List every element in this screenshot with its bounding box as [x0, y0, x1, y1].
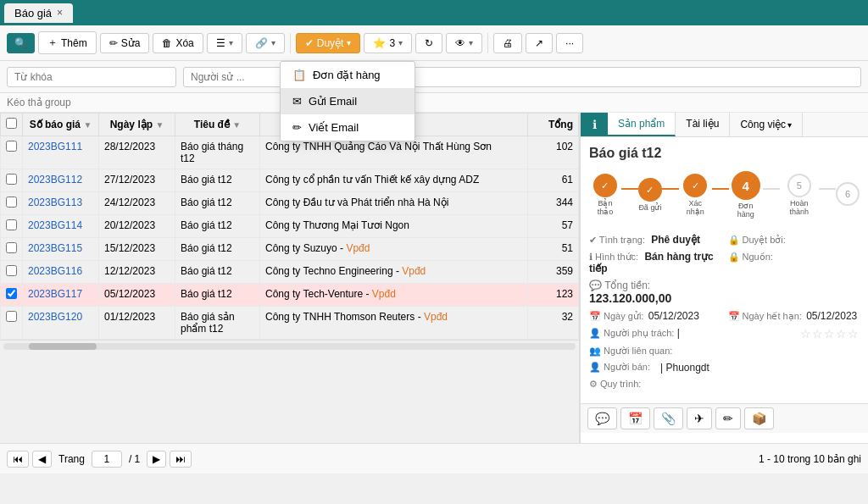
add-button[interactable]: ＋ Thêm — [38, 31, 97, 54]
page-input[interactable] — [92, 451, 122, 468]
row-checkbox[interactable] — [6, 265, 17, 276]
related-label: 👥 Người liên quan: — [589, 346, 672, 357]
edit-button[interactable]: ✏ Sửa — [100, 33, 150, 53]
row-id-link[interactable]: 2023BG111 — [28, 141, 82, 152]
last-page-button[interactable]: ⏭ — [170, 451, 192, 468]
row-title-cell: Báo giá tháng t12 — [175, 136, 260, 169]
link-button[interactable]: 🔗 ▾ — [246, 33, 285, 53]
right-panel-actions: 💬 📅 📎 ✈ ✏ 📦 — [581, 403, 868, 433]
row-checkbox[interactable] — [6, 242, 17, 253]
edit-note-button[interactable]: ✏ — [715, 407, 741, 429]
row-check-cell — [1, 192, 23, 215]
step-6-circle: 6 — [836, 182, 860, 206]
row-id-link[interactable]: 2023BG116 — [28, 265, 82, 277]
product-tab[interactable]: Sản phẩm — [608, 113, 676, 136]
refresh-button[interactable]: ↻ — [415, 33, 442, 53]
dropdown-item-order[interactable]: 📋 Đơn đặt hàng — [281, 62, 415, 88]
step-4-circle: 4 — [732, 171, 760, 200]
info-tab[interactable]: ℹ — [581, 113, 608, 136]
scroll-track — [3, 343, 576, 350]
row-id-link[interactable]: 2023BG114 — [28, 219, 82, 231]
row-id-link[interactable]: 2023BG115 — [28, 242, 82, 254]
row-checkbox[interactable] — [6, 311, 17, 322]
table-row[interactable]: 2023BG113 24/12/2023 Báo giá t12 Công ty… — [1, 192, 579, 215]
first-page-button[interactable]: ⏮ — [7, 451, 29, 468]
step-2-label: Đã gửi — [638, 203, 661, 212]
tab-close-icon[interactable]: × — [57, 7, 63, 19]
send-button[interactable]: ✈ — [687, 407, 712, 429]
work-arrow-icon[interactable]: ▾ — [787, 120, 792, 130]
row-check-cell — [1, 238, 23, 261]
attach-button[interactable]: 📎 — [654, 407, 683, 429]
ngay-filter-icon[interactable]: ▼ — [155, 120, 164, 130]
trash-icon: 🗑 — [162, 37, 172, 49]
refresh-icon: ↻ — [425, 37, 433, 49]
row-checkbox[interactable] — [6, 219, 17, 230]
select-all-checkbox[interactable] — [6, 118, 17, 129]
row-id-link[interactable]: 2023BG113 — [28, 197, 82, 208]
document-tab[interactable]: Tài liệu — [676, 113, 730, 136]
row-id-cell: 2023BG112 — [23, 169, 99, 192]
row-id-link[interactable]: 2023BG120 — [28, 311, 82, 323]
next-page-button[interactable]: ▶ — [147, 451, 166, 468]
edit-icon: ✏ — [109, 37, 118, 49]
dropdown-item-write-email[interactable]: ✏ Viết Email — [281, 114, 415, 141]
order-icon: 📋 — [292, 69, 306, 81]
table-row[interactable]: 2023BG116 12/12/2023 Báo giá t12 Công ty… — [1, 261, 579, 284]
prev-page-button[interactable]: ◀ — [32, 451, 52, 468]
keyword-input[interactable] — [7, 67, 176, 87]
row-id-link[interactable]: 2023BG112 — [28, 174, 82, 186]
send-date-value: 05/12/2023 — [648, 310, 699, 322]
horizontal-scrollbar[interactable] — [0, 340, 579, 352]
row-checkbox[interactable] — [6, 141, 17, 152]
vpdd-link[interactable]: Vpđd — [372, 288, 396, 300]
more-button[interactable]: ··· — [556, 33, 583, 53]
panel-title: Báo giá t12 — [589, 146, 860, 161]
table-row[interactable]: 2023BG112 27/12/2023 Báo giá t12 Công ty… — [1, 169, 579, 192]
row-partner-cell: Công ty Thương Mại Tươi Ngon — [260, 215, 528, 238]
main-content: Số báo giá ▼ Ngày lập ▼ Tiêu đề ▼ Đối tá… — [0, 113, 868, 443]
vpdd-link[interactable]: Vpđd — [346, 242, 370, 254]
tieu-filter-icon[interactable]: ▼ — [232, 120, 241, 130]
tab-bar: Báo giá × — [0, 0, 868, 25]
vpdd-link[interactable]: Vpđd — [424, 311, 448, 323]
calendar-button[interactable]: 📅 — [620, 407, 650, 429]
table-row[interactable]: 2023BG117 05/12/2023 Báo giá t12 Công ty… — [1, 284, 579, 307]
row-total-cell: 32 — [528, 307, 579, 340]
link-icon: 🔗 — [255, 37, 268, 49]
row-checkbox[interactable] — [6, 288, 17, 299]
print-button[interactable]: 🖨 — [493, 33, 522, 53]
table-row[interactable]: 2023BG115 15/12/2023 Báo giá t12 Công ty… — [1, 238, 579, 261]
person-select[interactable] — [183, 67, 285, 87]
step-5-label: Hoàn thành — [780, 199, 819, 216]
step-3-label: Xác nhận — [679, 199, 712, 216]
chat-button[interactable]: 💬 — [587, 407, 617, 429]
step-2-circle: ✓ — [638, 178, 662, 202]
baogua-tab[interactable]: Báo giá × — [4, 3, 73, 23]
row-id-link[interactable]: 2023BG117 — [28, 288, 82, 300]
table-row[interactable]: 2023BG114 20/12/2023 Báo giá t12 Công ty… — [1, 215, 579, 238]
expire-date-label: 📅 Ngày hết hạn: — [728, 311, 802, 321]
row-checkbox[interactable] — [6, 174, 17, 185]
dropdown-item-send-email[interactable]: ✉ Gửi Email — [281, 88, 415, 114]
row-check-cell — [1, 261, 23, 284]
seller-label: 👤 Người bán: — [589, 362, 650, 374]
delete-button[interactable]: 🗑 Xóa — [153, 33, 203, 53]
work-tab[interactable]: Công việc ▾ — [730, 113, 803, 136]
row-checkbox[interactable] — [6, 197, 17, 208]
share-button[interactable]: ↗ — [526, 33, 553, 53]
approve-label: 🔒 Duyệt bởi: — [728, 235, 786, 245]
vpdd-link[interactable]: Vpđd — [402, 265, 426, 277]
eye-button[interactable]: 👁 ▾ — [446, 33, 482, 53]
separator-1 — [290, 33, 291, 53]
package-button[interactable]: 📦 — [744, 407, 774, 429]
menu-button[interactable]: ☰ ▾ — [207, 33, 242, 53]
status-row: ✔ Tình trạng: Phê duyệt 🔒 Duyệt bởi: — [589, 234, 860, 246]
step-5-circle: 5 — [787, 174, 811, 197]
seller-value: | Phuongdt — [660, 362, 709, 374]
row-id-cell: 2023BG115 — [23, 238, 99, 261]
star-button[interactable]: ⭐ 3 ▾ — [364, 33, 412, 53]
approve-button[interactable]: ✔ Duyệt ▾ — [296, 33, 361, 53]
so-filter-icon[interactable]: ▼ — [83, 120, 92, 130]
table-row[interactable]: 2023BG120 01/12/2023 Báo giá sản phẩm t1… — [1, 307, 579, 340]
